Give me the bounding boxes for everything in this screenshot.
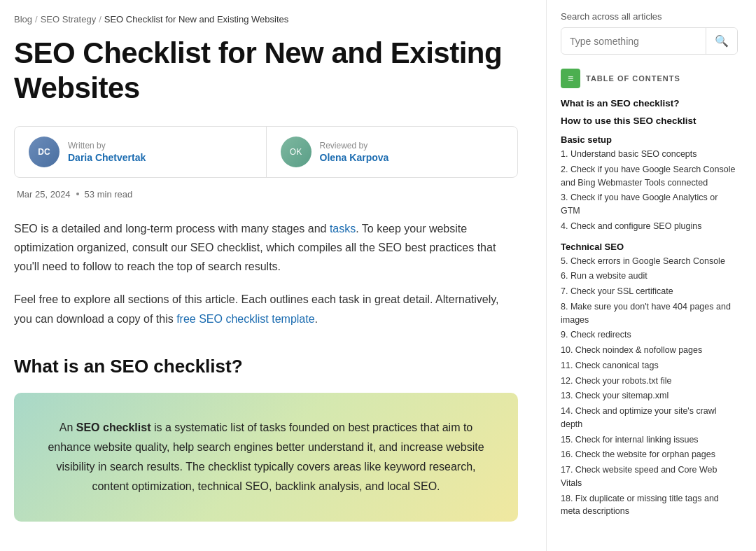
highlight-box: An SEO checklist is a systematic list of… bbox=[14, 393, 518, 522]
toc-item[interactable]: 3. Check if you have Google Analytics or… bbox=[561, 191, 738, 218]
toc-item[interactable]: 4. Check and configure SEO plugins bbox=[561, 220, 738, 233]
toc-item[interactable]: 7. Check your SSL certificate bbox=[561, 285, 738, 298]
toc-section-link[interactable]: What is an SEO checklist? bbox=[561, 98, 738, 109]
breadcrumb: Blog / SEO Strategy / SEO Checklist for … bbox=[14, 14, 518, 25]
written-by-label: Written by bbox=[68, 141, 146, 151]
reviewer-name-link[interactable]: Olena Karpova bbox=[320, 152, 389, 163]
author-info-reviewed: Reviewed by Olena Karpova bbox=[320, 141, 389, 163]
article-date: Mar 25, 2024 bbox=[17, 189, 71, 200]
tasks-link[interactable]: tasks bbox=[330, 223, 356, 235]
toc-content: What is an SEO checklist?How to use this… bbox=[561, 98, 738, 518]
checklist-template-link[interactable]: free SEO checklist template bbox=[176, 313, 314, 325]
section-heading: What is an SEO checklist? bbox=[14, 351, 518, 382]
breadcrumb-sep-2: / bbox=[99, 14, 102, 25]
toc-item[interactable]: 11. Check canonical tags bbox=[561, 359, 738, 372]
toc-item[interactable]: 16. Check the website for orphan pages bbox=[561, 448, 738, 461]
toc-item[interactable]: 2. Check if you have Google Search Conso… bbox=[561, 163, 738, 190]
author-avatar: DC bbox=[29, 137, 59, 167]
highlight-bold-text: SEO checklist bbox=[76, 421, 151, 433]
reviewer-avatar: OK bbox=[281, 137, 312, 167]
meta-separator bbox=[76, 193, 79, 195]
reviewed-by-label: Reviewed by bbox=[320, 141, 389, 151]
article-body: SEO is a detailed and long-term process … bbox=[14, 219, 518, 522]
toc-item[interactable]: 12. Check your robots.txt file bbox=[561, 375, 738, 388]
toc-item[interactable]: 15. Check for internal linking issues bbox=[561, 433, 738, 447]
main-content: Blog / SEO Strategy / SEO Checklist for … bbox=[0, 0, 546, 551]
breadcrumb-blog[interactable]: Blog bbox=[14, 14, 32, 25]
search-input[interactable] bbox=[561, 29, 706, 53]
toc-item[interactable]: 17. Check website speed and Core Web Vit… bbox=[561, 463, 738, 490]
toc-icon: ≡ bbox=[561, 69, 580, 88]
article-meta: Mar 25, 2024 53 min read bbox=[14, 189, 518, 200]
toc-group-label: Technical SEO bbox=[561, 242, 738, 252]
author-name-link[interactable]: Daria Chetvertak bbox=[68, 152, 146, 163]
author-section: DC Written by Daria Chetvertak OK Review… bbox=[14, 126, 518, 178]
highlight-text-pre: An bbox=[59, 421, 76, 433]
toc-section-link[interactable]: How to use this SEO checklist bbox=[561, 116, 738, 126]
author-written-card: DC Written by Daria Chetvertak bbox=[15, 127, 266, 177]
author-info-written: Written by Daria Chetvertak bbox=[68, 141, 146, 163]
toc-title: TABLE OF CONTENTS bbox=[586, 74, 680, 83]
toc-item[interactable]: 9. Check redirects bbox=[561, 328, 738, 342]
breadcrumb-seo-strategy[interactable]: SEO Strategy bbox=[41, 14, 96, 25]
toc-item[interactable]: 1. Understand basic SEO concepts bbox=[561, 148, 738, 161]
toc-item[interactable]: 8. Make sure you don't have 404 pages an… bbox=[561, 300, 738, 327]
toc-header: ≡ TABLE OF CONTENTS bbox=[561, 69, 738, 88]
toc-item[interactable]: 14. Check and optimize your site's crawl… bbox=[561, 405, 738, 431]
search-box: 🔍 bbox=[561, 27, 738, 55]
toc-group-label: Basic setup bbox=[561, 134, 738, 145]
toc-item[interactable]: 18. Fix duplicate or missing title tags … bbox=[561, 492, 738, 519]
sidebar: Search across all articles 🔍 ≡ TABLE OF … bbox=[546, 0, 749, 551]
toc-item[interactable]: 5. Check errors in Google Search Console bbox=[561, 255, 738, 268]
breadcrumb-current: SEO Checklist for New and Existing Websi… bbox=[104, 14, 288, 25]
page-title: SEO Checklist for New and Existing Websi… bbox=[14, 36, 518, 106]
author-reviewed-card: OK Reviewed by Olena Karpova bbox=[266, 127, 518, 177]
toc-item[interactable]: 13. Check your sitemap.xml bbox=[561, 389, 738, 403]
intro-paragraph-1: SEO is a detailed and long-term process … bbox=[14, 219, 518, 277]
breadcrumb-sep-1: / bbox=[35, 14, 38, 25]
toc-item[interactable]: 10. Check noindex & nofollow pages bbox=[561, 344, 738, 357]
read-time: 53 min read bbox=[85, 189, 133, 200]
search-button[interactable]: 🔍 bbox=[706, 28, 737, 54]
search-label: Search across all articles bbox=[561, 11, 738, 22]
intro-paragraph-2: Feel free to explore all sections of thi… bbox=[14, 290, 518, 328]
toc-item[interactable]: 6. Run a website audit bbox=[561, 270, 738, 283]
